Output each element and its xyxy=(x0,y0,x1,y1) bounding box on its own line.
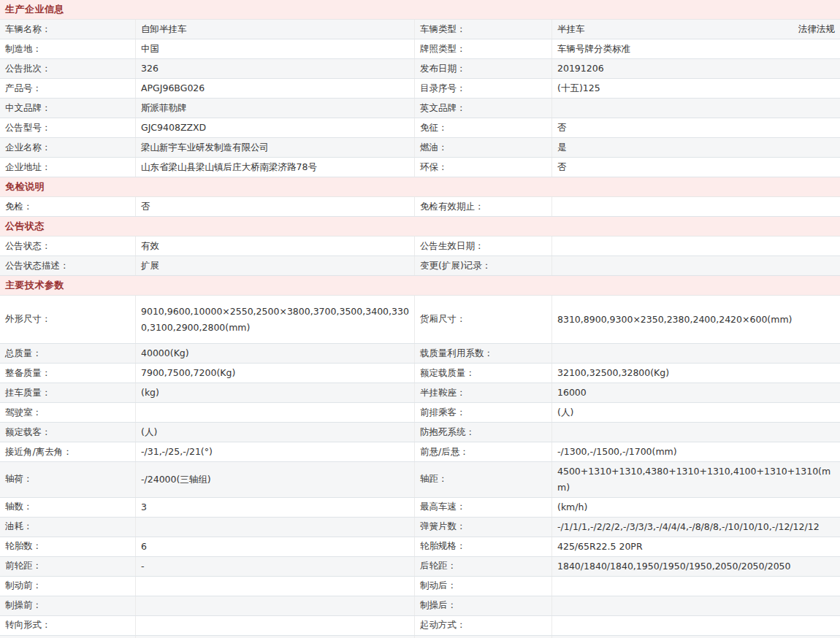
table-row: 前轮距： - 后轮距： 1840/1840/1840,1950/1950/195… xyxy=(0,557,840,577)
row-label-left: 制操前： xyxy=(0,596,136,615)
legal-regulations-link[interactable]: 法律法规 xyxy=(791,23,835,36)
label-text: 公告生效日期： xyxy=(420,240,484,253)
value-text: APGJ96BG026 xyxy=(141,80,205,96)
section-title: 公告状态 xyxy=(5,220,45,233)
row-value-right xyxy=(552,423,840,442)
section-title: 生产企业信息 xyxy=(5,3,64,16)
row-value-left: 中国 xyxy=(136,39,415,58)
section-rows: 免检： 否 免检有效期止： xyxy=(0,197,840,217)
row-label-left: 转向形式： xyxy=(0,616,136,635)
row-value-right: 否 xyxy=(552,158,840,177)
row-label-right: 前排乘客： xyxy=(415,403,552,422)
row-label-left: 企业地址： xyxy=(0,158,136,177)
row-value-right: 4500+1310+1310,4380+1310+1310,4100+1310+… xyxy=(552,462,840,497)
row-value-right xyxy=(552,99,840,118)
row-label-right: 载质量利用系数： xyxy=(415,344,552,363)
label-text: 企业名称： xyxy=(5,142,51,154)
row-value-right: 8310,8900,9300×2350,2380,2400,2420×600(m… xyxy=(552,296,840,343)
label-text: 轮胎数： xyxy=(5,540,42,553)
value-text: 半挂车 xyxy=(557,21,585,37)
label-text: 牌照类型： xyxy=(420,43,466,55)
row-label-right: 最高车速： xyxy=(415,498,552,517)
row-value-right: (人) xyxy=(552,403,840,422)
table-row: 产品号： APGJ96BG026 目录序号： (十五)125 xyxy=(0,79,840,99)
row-label-right: 英文品牌： xyxy=(415,99,552,118)
label-text: 公告状态： xyxy=(5,240,51,253)
label-text: 制操前： xyxy=(5,599,42,612)
row-label-left: 公告型号： xyxy=(0,118,136,137)
label-text: 轴荷： xyxy=(5,473,33,485)
table-row: 挂车质量： (kg) 半挂鞍座： 16000 xyxy=(0,383,840,403)
table-row: 公告状态描述： 扩展 变更(扩展)记录： xyxy=(0,256,840,276)
row-label-right: 牌照类型： xyxy=(415,39,552,58)
section-rows: 外形尺寸： 9010,9600,10000×2550,2500×3800,370… xyxy=(0,296,840,638)
row-value-left: (kg) xyxy=(136,383,415,402)
row-label-right: 制操后： xyxy=(415,596,552,615)
row-value-left: 自卸半挂车 xyxy=(136,20,415,39)
section-header: 免检说明 xyxy=(0,177,840,197)
value-text: 斯派菲勒牌 xyxy=(141,100,187,116)
label-text: 公告批次： xyxy=(5,63,51,75)
row-value-left: -/31,-/25,-/21(°) xyxy=(136,442,415,461)
value-text: 3 xyxy=(141,499,147,515)
table-row: 外形尺寸： 9010,9600,10000×2550,2500×3800,370… xyxy=(0,296,840,344)
value-text: (km/h) xyxy=(557,499,587,515)
table-row: 企业名称： 梁山新宇车业研发制造有限公司 燃油： 是 xyxy=(0,138,840,158)
label-text: 总质量： xyxy=(5,347,42,360)
row-value-left: 40000(Kg) xyxy=(136,344,415,363)
label-text: 弹簧片数： xyxy=(420,520,466,533)
value-text: 是 xyxy=(557,139,567,155)
row-label-right: 车辆类型： xyxy=(415,20,552,39)
value-text: 425/65R22.5 20PR xyxy=(557,539,643,555)
value-text: -/24000(三轴组) xyxy=(141,472,211,488)
table-row: 驾驶室： 前排乘客： (人) xyxy=(0,403,840,423)
row-value-right: -/1300,-/1500,-/1700(mm) xyxy=(552,442,840,461)
label-text: 免检： xyxy=(5,201,33,213)
label-text: 起动方式： xyxy=(420,619,466,631)
label-text: 燃油： xyxy=(420,142,448,154)
value-text: (人) xyxy=(557,404,573,420)
row-value-right xyxy=(552,237,840,255)
row-label-right: 前悬/后悬： xyxy=(415,442,552,461)
row-label-left: 制动前： xyxy=(0,577,136,596)
row-label-right: 变更(扩展)记录： xyxy=(415,256,552,275)
row-label-left: 产品号： xyxy=(0,79,136,98)
value-text: 否 xyxy=(141,199,150,215)
label-text: 目录序号： xyxy=(420,82,466,95)
row-value-left: 扩展 xyxy=(136,256,415,275)
table-row: 额定载客： (人) 防抱死系统： xyxy=(0,423,840,442)
table-row: 转向形式： 起动方式： xyxy=(0,616,840,636)
value-text: (kg) xyxy=(141,385,159,401)
label-text: 整备质量： xyxy=(5,367,51,380)
label-text: 免征： xyxy=(420,122,448,134)
label-text: 轴数： xyxy=(5,501,33,513)
row-value-left xyxy=(136,518,415,537)
label-text: 公告型号： xyxy=(5,122,51,134)
value-text: -/1/1/1,-/2/2/2,-/3/3/3,-/4/4/4,-/8/8/8,… xyxy=(557,519,820,535)
row-value-left: 6 xyxy=(136,537,415,556)
row-value-right: 车辆号牌分类标准 xyxy=(552,39,840,58)
value-text: 40000(Kg) xyxy=(141,345,189,361)
label-text: 车辆类型： xyxy=(420,23,466,36)
row-label-right: 环保： xyxy=(415,158,552,177)
row-label-right: 免征： xyxy=(415,118,552,137)
label-text: 中文品牌： xyxy=(5,102,51,115)
row-label-left: 总质量： xyxy=(0,344,136,363)
row-value-left: 斯派菲勒牌 xyxy=(136,99,415,118)
table-row: 公告状态： 有效 公告生效日期： xyxy=(0,237,840,256)
row-label-left: 轮胎数： xyxy=(0,537,136,556)
value-text: 6 xyxy=(141,539,147,555)
row-value-left: 7900,7500,7200(Kg) xyxy=(136,364,415,383)
label-text: 轮胎规格： xyxy=(420,540,466,553)
table-row: 免检： 否 免检有效期止： xyxy=(0,197,840,217)
label-text: 前悬/后悬： xyxy=(420,446,469,458)
row-label-right: 燃油： xyxy=(415,138,552,157)
row-label-left: 制造地： xyxy=(0,39,136,58)
row-value-left xyxy=(136,596,415,615)
label-text: 英文品牌： xyxy=(420,102,466,115)
row-label-left: 整备质量： xyxy=(0,364,136,383)
row-label-left: 公告状态描述： xyxy=(0,256,136,275)
table-row: 油耗： 弹簧片数： -/1/1/1,-/2/2/2,-/3/3/3,-/4/4/… xyxy=(0,518,840,537)
row-label-left: 车辆名称： xyxy=(0,20,136,39)
row-label-left: 公告状态： xyxy=(0,237,136,255)
